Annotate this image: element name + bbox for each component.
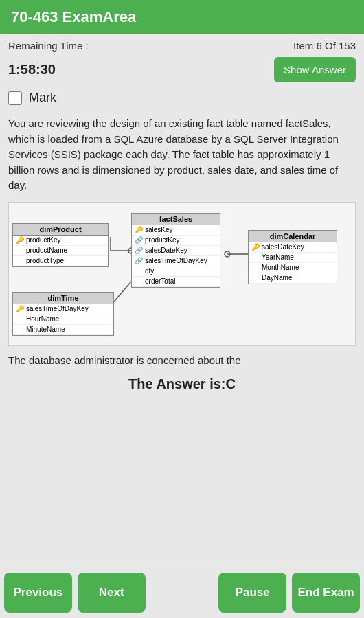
next-button[interactable]: Next <box>78 573 146 613</box>
fk-icon2: 🔗 <box>135 247 143 255</box>
previous-button[interactable]: Previous <box>4 573 72 613</box>
mark-row: Mark <box>0 88 364 111</box>
key-icon: 🔑 <box>135 226 143 234</box>
factsales-row-salestimeofdaykey: 🔗 salesTimeOfDayKey <box>132 256 220 266</box>
mark-checkbox[interactable] <box>8 91 22 105</box>
bottom-text: The database administrator is concerned … <box>8 353 356 369</box>
app-title: 70-463 ExamArea <box>11 8 136 25</box>
dimproduct-row-producttype: productType <box>13 256 108 266</box>
app-header: 70-463 ExamArea <box>0 0 364 34</box>
question-text: You are reviewing the design of an exist… <box>8 116 356 194</box>
factsales-row-qty: qty <box>132 266 220 277</box>
timer-display: 1:58:30 <box>8 62 56 78</box>
remaining-time-label: Remaining Time : <box>8 40 89 52</box>
dimtime-row-hourname: HourName <box>13 314 113 325</box>
dimcalendar-row-monthname: MonthName <box>249 263 337 273</box>
dimcalendar-row-dayname: DayName <box>249 273 337 284</box>
item-label: Item 6 Of 153 <box>293 40 356 52</box>
factsales-row-saleskey: 🔑 salesKey <box>132 225 220 236</box>
dimtime-row-minutename: MinuteName <box>13 325 113 335</box>
dimcalendar-row-yearname: YearName <box>249 253 337 263</box>
dimcalendar-header: dimCalendar <box>249 231 337 242</box>
svg-point-5 <box>225 251 230 257</box>
dimproduct-header: dimProduct <box>13 224 108 236</box>
timer-row: 1:58:30 Show Answer <box>0 54 364 88</box>
dimcalendar-row-salesdatekey: 🔑 salesDateKey <box>249 242 337 253</box>
pause-button[interactable]: Pause <box>218 573 286 613</box>
dimtime-row-salestimeofdaykey: 🔑 salesTimeOfDayKey <box>13 304 113 314</box>
content-area: You are reviewing the design of an exist… <box>0 111 364 566</box>
dimtime-header: dimTime <box>13 293 113 304</box>
dimproduct-row-productkey: 🔑 productKey <box>13 236 108 246</box>
dimproduct-row-productname: productName <box>13 246 108 256</box>
nav-spacer <box>148 567 216 618</box>
factsales-row-ordertotal: orderTotal <box>132 277 220 287</box>
factsales-header: factSales <box>132 214 220 225</box>
bottom-navigation: Previous Next Pause End Exam <box>0 566 364 618</box>
diagram-container: factSales 🔑 salesKey 🔗 productKey 🔗 sale… <box>8 202 356 346</box>
factsales-row-productkey: 🔗 productKey <box>132 236 220 246</box>
factsales-table: factSales 🔑 salesKey 🔗 productKey 🔗 sale… <box>131 213 220 288</box>
dimproduct-table: dimProduct 🔑 productKey productName prod… <box>12 223 109 267</box>
meta-bar: Remaining Time : Item 6 Of 153 <box>0 34 364 54</box>
factsales-row-salesdatekey: 🔗 salesDateKey <box>132 246 220 256</box>
dimcalendar-table: dimCalendar 🔑 salesDateKey YearName Mont… <box>248 230 337 284</box>
answer-display: The Answer is:C <box>8 376 356 392</box>
end-exam-button[interactable]: End Exam <box>292 573 360 613</box>
fk-icon3: 🔗 <box>135 257 143 265</box>
mark-label[interactable]: Mark <box>29 91 56 105</box>
show-answer-button[interactable]: Show Answer <box>274 57 356 82</box>
dimtime-table: dimTime 🔑 salesTimeOfDayKey HourName Min… <box>12 292 114 336</box>
fk-icon: 🔗 <box>135 236 143 244</box>
